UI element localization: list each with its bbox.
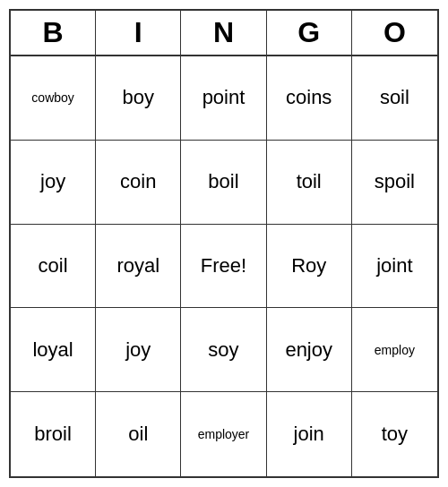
bingo-cell-0-1: boy bbox=[96, 56, 181, 140]
bingo-cell-1-4: spoil bbox=[352, 141, 437, 224]
bingo-cell-0-2: point bbox=[181, 56, 266, 140]
cell-text: Free! bbox=[201, 254, 246, 278]
bingo-cell-2-1: royal bbox=[96, 225, 181, 308]
cell-text: boil bbox=[208, 170, 238, 193]
cell-text: joy bbox=[40, 170, 65, 193]
bingo-cell-0-0: cowboy bbox=[11, 56, 96, 140]
cell-text: coil bbox=[39, 254, 68, 278]
header-letter: N bbox=[181, 11, 266, 55]
bingo-cell-2-4: joint bbox=[352, 225, 437, 308]
bingo-cell-1-3: toil bbox=[267, 141, 352, 224]
cell-text: coin bbox=[120, 170, 156, 193]
cell-text: enjoy bbox=[285, 338, 332, 362]
header-letter: O bbox=[352, 11, 437, 55]
cell-text: employ bbox=[375, 343, 415, 357]
bingo-cell-1-2: boil bbox=[181, 141, 266, 224]
bingo-cell-4-2: employer bbox=[181, 392, 266, 476]
cell-text: join bbox=[294, 423, 324, 446]
cell-text: royal bbox=[116, 254, 159, 278]
cell-text: soy bbox=[208, 338, 238, 362]
bingo-row-3: loyaljoysoyenjoyemploy bbox=[11, 308, 437, 392]
cell-text: employer bbox=[198, 427, 250, 441]
bingo-row-4: broiloilemployerjointoy bbox=[11, 392, 437, 476]
bingo-card: BINGO cowboyboypointcoinssoiljoycoinboil… bbox=[9, 9, 439, 478]
cell-text: joy bbox=[125, 338, 151, 362]
bingo-cell-4-1: oil bbox=[96, 392, 181, 476]
bingo-cell-2-2: Free! bbox=[181, 225, 266, 308]
cell-text: soil bbox=[380, 86, 409, 109]
bingo-row-0: cowboyboypointcoinssoil bbox=[11, 56, 437, 141]
bingo-header: BINGO bbox=[11, 11, 437, 56]
bingo-cell-1-1: coin bbox=[96, 141, 181, 224]
cell-text: toy bbox=[382, 423, 408, 446]
bingo-cell-0-4: soil bbox=[352, 56, 437, 140]
cell-text: cowboy bbox=[31, 90, 73, 105]
cell-text: joint bbox=[376, 254, 412, 278]
bingo-cell-4-0: broil bbox=[11, 392, 96, 476]
bingo-cell-2-3: Roy bbox=[267, 225, 352, 308]
bingo-cell-4-3: join bbox=[267, 392, 352, 476]
cell-text: spoil bbox=[375, 170, 415, 193]
cell-text: toil bbox=[297, 170, 322, 193]
bingo-cell-3-1: joy bbox=[96, 308, 181, 391]
cell-text: Roy bbox=[291, 254, 326, 278]
bingo-row-1: joycoinboiltoilspoil bbox=[11, 141, 437, 225]
header-letter: I bbox=[96, 11, 181, 55]
cell-text: loyal bbox=[32, 338, 73, 362]
bingo-cell-0-3: coins bbox=[267, 56, 352, 140]
bingo-cell-3-4: employ bbox=[352, 308, 437, 391]
cell-text: oil bbox=[128, 423, 148, 446]
bingo-cell-3-2: soy bbox=[181, 308, 266, 391]
bingo-cell-3-0: loyal bbox=[11, 308, 96, 391]
cell-text: coins bbox=[286, 86, 332, 109]
header-letter: B bbox=[11, 11, 96, 55]
bingo-cell-4-4: toy bbox=[352, 392, 437, 476]
bingo-cell-1-0: joy bbox=[11, 141, 96, 224]
cell-text: boy bbox=[123, 86, 154, 109]
cell-text: broil bbox=[34, 423, 72, 446]
bingo-cell-3-3: enjoy bbox=[267, 308, 352, 391]
header-letter: G bbox=[267, 11, 352, 55]
bingo-row-2: coilroyalFree!Royjoint bbox=[11, 225, 437, 309]
cell-text: point bbox=[202, 86, 246, 109]
bingo-body: cowboyboypointcoinssoiljoycoinboiltoilsp… bbox=[11, 56, 437, 476]
bingo-cell-2-0: coil bbox=[11, 225, 96, 308]
